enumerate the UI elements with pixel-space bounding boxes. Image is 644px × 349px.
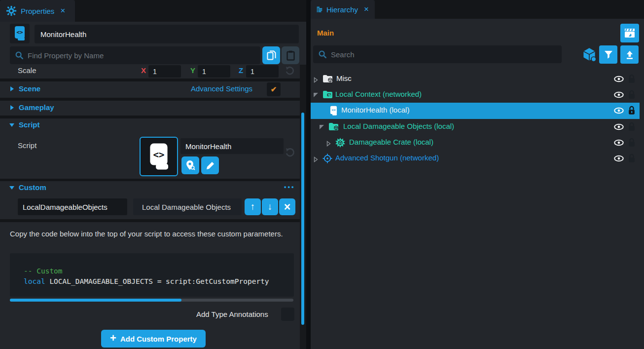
script-section-header[interactable]: Script xyxy=(0,118,300,132)
find-property-input[interactable]: Find Property by Name xyxy=(10,46,260,64)
paste-properties-button[interactable] xyxy=(282,46,299,64)
search-icon xyxy=(318,50,327,59)
custom-help-text: Copy the code below into the top of your… xyxy=(10,229,286,239)
scale-x-input[interactable]: 1 xyxy=(148,65,181,78)
clapperboard-icon xyxy=(624,28,635,39)
visibility-eye-icon[interactable] xyxy=(613,154,624,163)
code-snippet-block[interactable]: -- Custom local LOCAL_DAMAGEABLE_OBJECTS… xyxy=(10,253,294,297)
scene-section-label: Scene xyxy=(19,84,40,93)
tree-row-local-context[interactable]: Local Context (networked) xyxy=(311,87,640,103)
copy-properties-button[interactable] xyxy=(262,46,280,64)
gameplay-section-row[interactable]: Gameplay xyxy=(0,101,300,116)
visibility-eye-icon[interactable] xyxy=(613,90,624,100)
custom-param-name-input[interactable]: LocalDamageableObjects xyxy=(18,198,127,215)
expand-arrow-icon[interactable] xyxy=(326,141,331,147)
crate-burst-icon xyxy=(335,138,345,148)
tree-row-damageable-crate[interactable]: Damageable Crate (local) xyxy=(311,135,640,151)
close-properties-tab-icon[interactable]: × xyxy=(60,6,65,16)
hierarchy-tab-label: Hierarchy xyxy=(326,5,358,14)
publish-upload-button[interactable] xyxy=(620,45,639,64)
custom-menu-icon[interactable]: ••• xyxy=(284,183,295,191)
visibility-eye-icon[interactable] xyxy=(613,122,624,132)
collapse-arrow-icon[interactable] xyxy=(314,93,318,97)
hierarchy-icon xyxy=(317,4,322,14)
properties-panel: Properties × <> MonitorHealth Find Prope… xyxy=(0,0,306,349)
locate-pin-icon xyxy=(185,160,195,171)
tab-properties[interactable]: Properties × xyxy=(0,0,75,22)
scale-z-input[interactable]: 1 xyxy=(246,65,279,78)
plus-icon: + xyxy=(110,332,116,345)
custom-parameter-row: LocalDamageableObjects Local Damageable … xyxy=(0,195,300,219)
lock-icon[interactable] xyxy=(627,106,636,116)
upload-icon xyxy=(625,50,635,60)
collapse-script-icon[interactable] xyxy=(9,123,14,127)
visibility-eye-icon[interactable] xyxy=(613,74,624,84)
reset-scale-icon[interactable] xyxy=(285,66,295,76)
tree-row-local-damageable-objects[interactable]: Local Damageable Objects (local) xyxy=(311,119,640,135)
visibility-eye-icon[interactable] xyxy=(613,138,624,148)
scene-preview-button[interactable] xyxy=(620,24,639,42)
arrow-up-icon: ↑ xyxy=(250,201,255,212)
custom-param-display-field[interactable]: Local Damageable Objects xyxy=(133,198,242,215)
close-hierarchy-tab-icon[interactable]: × xyxy=(364,4,369,14)
expand-gameplay-icon[interactable] xyxy=(10,105,14,110)
script-section-label: Script xyxy=(19,120,40,129)
tree-item-label: Damageable Crate (local) xyxy=(349,138,433,146)
hierarchy-search-placeholder: Search xyxy=(331,50,355,59)
expand-arrow-icon[interactable] xyxy=(314,77,318,83)
properties-vscrollbar-thumb[interactable] xyxy=(301,113,304,325)
scene-section-row[interactable]: Scene Advanced Settings ✔ xyxy=(0,81,300,97)
object-name-input[interactable]: MonitorHealth xyxy=(35,25,299,43)
hierarchy-search-input[interactable]: Search xyxy=(313,45,562,63)
add-custom-property-button[interactable]: + Add Custom Property xyxy=(101,330,206,348)
script-asset-button[interactable]: <> xyxy=(140,137,178,176)
code-hscrollbar-thumb[interactable] xyxy=(10,299,181,302)
script-name-field[interactable]: MonitorHealth xyxy=(180,138,284,154)
properties-tab-label: Properties xyxy=(21,7,54,15)
lock-icon[interactable] xyxy=(627,122,636,132)
tree-row-misc[interactable]: Misc xyxy=(311,71,640,87)
tree-row-monitorhealth[interactable]: <> MonitorHealth (local) xyxy=(311,103,640,119)
code-hscrollbar-track[interactable] xyxy=(10,299,293,302)
copy-icon xyxy=(267,50,276,61)
tree-item-label: Advanced Shotgun (networked) xyxy=(335,154,439,162)
move-param-down-button[interactable]: ↓ xyxy=(262,198,278,215)
code-line: local LOCAL_DAMAGEABLE_OBJECTS = script:… xyxy=(24,276,294,287)
lock-icon[interactable] xyxy=(627,154,636,163)
filter-icon xyxy=(604,50,613,60)
custom-section-label: Custom xyxy=(19,183,46,192)
collapse-custom-icon[interactable] xyxy=(9,186,14,190)
axis-y-label: Y xyxy=(190,66,195,75)
filter-button[interactable] xyxy=(599,45,617,64)
custom-section-header[interactable]: Custom ••• xyxy=(0,181,300,195)
reset-script-icon[interactable] xyxy=(285,147,295,157)
hierarchy-panel: Hierarchy × Main Search xyxy=(311,0,644,349)
find-script-button[interactable] xyxy=(181,156,199,174)
add-type-annotations-checkbox[interactable] xyxy=(281,308,294,321)
edit-script-button[interactable] xyxy=(201,156,219,174)
expand-scene-icon[interactable] xyxy=(10,86,14,91)
scene-name-label: Main xyxy=(317,29,334,37)
folder-cube-icon xyxy=(322,74,333,83)
scale-row: Scale X 1 Y 1 Z 1 xyxy=(0,65,300,78)
delete-param-button[interactable]: × xyxy=(279,198,295,215)
move-param-up-button[interactable]: ↑ xyxy=(245,198,261,215)
visibility-eye-icon[interactable] xyxy=(613,106,624,116)
target-icon xyxy=(322,154,332,163)
scene-cube-icon[interactable] xyxy=(582,47,597,62)
lock-icon[interactable] xyxy=(627,138,636,148)
tab-hierarchy[interactable]: Hierarchy × xyxy=(311,0,375,19)
svg-text:<>: <> xyxy=(153,149,165,160)
axis-x-label: X xyxy=(141,66,146,75)
advanced-settings-link[interactable]: Advanced Settings xyxy=(191,84,252,93)
expand-arrow-icon[interactable] xyxy=(314,156,318,162)
scale-y-input[interactable]: 1 xyxy=(198,65,230,78)
collapse-arrow-icon[interactable] xyxy=(320,125,324,129)
lock-icon[interactable] xyxy=(627,74,636,84)
folder-cube-icon xyxy=(328,122,339,131)
lock-icon[interactable] xyxy=(627,90,636,100)
tree-row-advanced-shotgun[interactable]: Advanced Shotgun (networked) xyxy=(311,151,640,166)
advanced-settings-checkbox[interactable]: ✔ xyxy=(267,82,281,96)
clipboard-icon xyxy=(286,50,295,61)
script-type-icon: <> xyxy=(10,24,30,43)
